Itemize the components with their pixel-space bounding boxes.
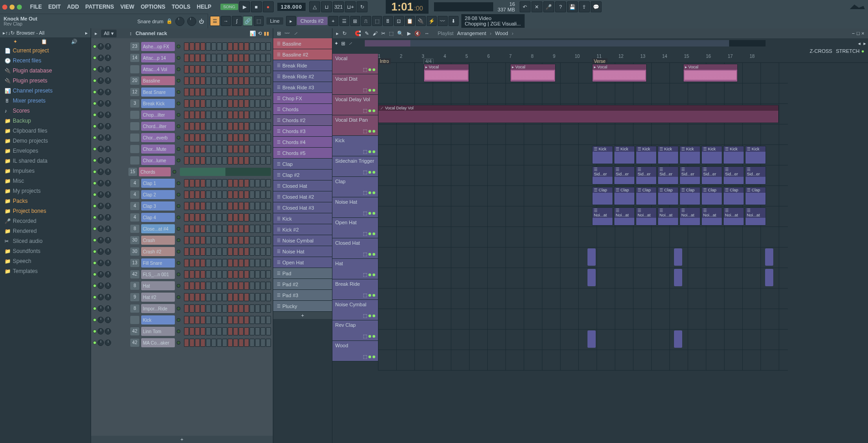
pattern-item[interactable]: ☰Clap [273, 159, 332, 170]
channel-vol-knob[interactable] [105, 237, 111, 243]
step-button[interactable] [200, 191, 205, 199]
piano-preview[interactable] [180, 168, 271, 176]
playlist-view-button[interactable]: ☰ [210, 16, 220, 26]
step-button[interactable] [189, 316, 194, 324]
pattern-item[interactable]: ☰Noise Cymbal [273, 235, 332, 246]
track-solo-dot[interactable] [373, 171, 375, 174]
step-button[interactable] [217, 42, 222, 51]
pattern-clip[interactable]: ☰ Noi...at [723, 207, 744, 226]
channel-name-button[interactable]: Clap 1 [141, 179, 175, 188]
step-button[interactable] [195, 270, 200, 278]
step-button[interactable] [255, 134, 260, 142]
step-button[interactable] [189, 191, 194, 199]
channel-mute-led[interactable] [93, 204, 97, 208]
track-mute-dot[interactable] [368, 273, 371, 276]
step-button[interactable] [233, 191, 238, 199]
step-button[interactable] [266, 282, 271, 290]
menu-file[interactable]: FILE [27, 2, 45, 12]
pattern-clip[interactable]: ☰ Noi...at [679, 207, 700, 226]
pattern-clip[interactable]: ☰ Clap [592, 187, 613, 205]
step-button[interactable] [200, 282, 205, 290]
track-lane[interactable]: ▸ Vocal▸ Vocal▸ Vocal▸ Vocal [378, 63, 788, 83]
channel-number[interactable]: 4 [130, 213, 139, 222]
browser-add-icon[interactable]: ✦ [13, 39, 17, 45]
step-button[interactable] [200, 247, 205, 256]
piano-roll-button[interactable]: → [221, 16, 231, 26]
step-button[interactable] [239, 99, 244, 108]
channel-select-led[interactable] [177, 216, 180, 219]
channel-name-button[interactable]: Bassline [141, 76, 175, 85]
step-button[interactable] [244, 213, 249, 222]
channel-pan-knob[interactable] [97, 214, 104, 221]
step-button[interactable] [189, 111, 194, 119]
step-button[interactable] [255, 65, 260, 73]
step-button[interactable] [206, 270, 211, 278]
browser-item[interactable]: 📁My projects [0, 186, 91, 196]
pattern-selector[interactable]: Chords #2 [297, 17, 327, 25]
step-button[interactable] [189, 42, 194, 51]
step-button[interactable] [184, 65, 189, 73]
step-button[interactable] [239, 179, 244, 187]
track-solo-dot[interactable] [373, 253, 375, 256]
step-button[interactable] [260, 339, 266, 347]
pattern-item[interactable]: ☰Noise Hat [273, 246, 332, 257]
track-icon[interactable]: ⬚ [363, 149, 367, 154]
channel-vol-knob[interactable] [105, 157, 111, 164]
step-button[interactable] [184, 191, 189, 199]
step-button[interactable] [200, 111, 205, 119]
step-button[interactable] [189, 236, 194, 244]
pattern-item[interactable]: ☰Chords [273, 104, 332, 115]
track-header[interactable]: Noise Cymbal ⬚ [332, 300, 378, 320]
track-icon[interactable]: ⬚ [363, 354, 367, 359]
pattern-clip[interactable]: ☰ Clap [636, 187, 657, 205]
step-button[interactable] [189, 293, 194, 301]
step-button[interactable] [222, 77, 227, 85]
channel-select-led[interactable] [177, 273, 180, 276]
step-button[interactable] [200, 134, 205, 142]
step-button[interactable] [211, 236, 216, 244]
channel-number[interactable]: 12 [130, 88, 139, 96]
step-button[interactable] [266, 304, 271, 313]
step-button[interactable] [233, 122, 238, 130]
pattern-clip[interactable]: ☰ Kick [701, 146, 722, 164]
step-button[interactable] [222, 270, 227, 278]
step-button[interactable] [217, 65, 222, 73]
step-button[interactable] [189, 327, 194, 335]
track-solo-dot[interactable] [373, 212, 375, 215]
browser-item[interactable]: 🎤Recorded [0, 216, 91, 226]
step-button[interactable] [200, 259, 205, 267]
channel-name-button[interactable]: Hat #2 [141, 293, 175, 302]
pattern-tab-grid-icon[interactable]: ⊞ [277, 31, 281, 36]
download-button[interactable]: ⬇ [449, 16, 459, 26]
channel-pan-knob[interactable] [97, 203, 104, 209]
cr-menu-icon[interactable]: ↕ [129, 31, 132, 36]
step-button[interactable] [239, 122, 244, 130]
step-button[interactable] [217, 122, 222, 130]
pattern-clip[interactable]: ☰ Noi...at [592, 207, 613, 226]
step-button[interactable] [217, 327, 222, 335]
step-button[interactable] [255, 282, 260, 290]
track-mute-dot[interactable] [368, 314, 371, 317]
channel-pan-knob[interactable] [97, 328, 104, 335]
step-button[interactable] [239, 191, 244, 199]
time-display[interactable]: 1:01 :00 [386, 0, 429, 14]
pattern-clip[interactable]: ☰ Kick [745, 146, 766, 164]
step-button[interactable] [255, 259, 260, 267]
track-header[interactable]: Vocal ⬚ [332, 54, 378, 74]
step-button[interactable] [266, 65, 271, 73]
step-button[interactable] [189, 179, 194, 187]
step-button[interactable] [184, 99, 189, 108]
save-button[interactable]: 💾 [567, 1, 578, 12]
track-header[interactable]: Noise Hat ⬚ [332, 197, 378, 218]
channel-mute-led[interactable] [93, 102, 97, 105]
track-solo-dot[interactable] [373, 273, 375, 276]
step-button[interactable] [195, 54, 200, 62]
track-header[interactable]: Rev Clap ⬚ [332, 320, 378, 341]
pattern-item[interactable]: ☰Pad #2 [273, 279, 332, 290]
add-pattern-button[interactable]: + [301, 313, 304, 318]
step-button[interactable] [222, 179, 227, 187]
step-button[interactable] [217, 339, 222, 347]
step-button[interactable] [233, 54, 238, 62]
step-button[interactable] [206, 293, 211, 301]
pattern-clip[interactable]: ☰ Sid...er [658, 166, 679, 185]
